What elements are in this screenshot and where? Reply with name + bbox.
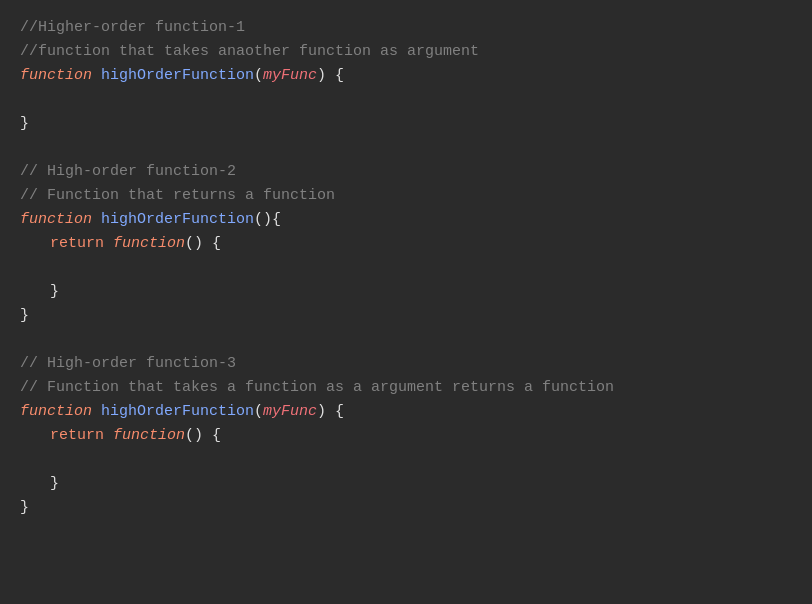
punctuation: ) { [317, 67, 344, 84]
code-line: function highOrderFunction(myFunc) { [20, 400, 792, 424]
code-line: } [20, 112, 792, 136]
punctuation: () { [185, 235, 221, 252]
punctuation: (){ [254, 211, 281, 228]
code-line: return function() { [20, 424, 792, 448]
plain-text [92, 67, 101, 84]
punctuation: () { [185, 427, 221, 444]
keyword: function [20, 211, 92, 228]
code-editor: //Higher-order function-1 //function tha… [0, 0, 812, 604]
code-line: } [20, 496, 792, 520]
punctuation: ) { [317, 403, 344, 420]
empty-line [20, 136, 792, 160]
empty-line [20, 256, 792, 280]
punctuation: ( [254, 67, 263, 84]
punctuation: ( [254, 403, 263, 420]
code-line: } [20, 280, 792, 304]
code-line: //Higher-order function-1 [20, 16, 792, 40]
keyword: function [20, 403, 92, 420]
code-line: } [20, 304, 792, 328]
empty-line [20, 448, 792, 472]
punctuation: } [50, 475, 59, 492]
param: myFunc [263, 67, 317, 84]
return-keyword: return [50, 235, 104, 252]
punctuation: } [20, 307, 29, 324]
keyword: function [113, 235, 185, 252]
code-line: // Function that returns a function [20, 184, 792, 208]
code-line: return function() { [20, 232, 792, 256]
punctuation: } [20, 499, 29, 516]
keyword: function [20, 67, 92, 84]
code-line: // High-order function-2 [20, 160, 792, 184]
plain-text [104, 235, 113, 252]
code-line: //function that takes anaother function … [20, 40, 792, 64]
punctuation: } [50, 283, 59, 300]
empty-line [20, 328, 792, 352]
code-line: // Function that takes a function as a a… [20, 376, 792, 400]
plain-text [92, 211, 101, 228]
function-name: highOrderFunction [101, 403, 254, 420]
param: myFunc [263, 403, 317, 420]
function-name: highOrderFunction [101, 67, 254, 84]
return-keyword: return [50, 427, 104, 444]
function-name: highOrderFunction [101, 211, 254, 228]
code-line: function highOrderFunction(myFunc) { [20, 64, 792, 88]
code-line: function highOrderFunction(){ [20, 208, 792, 232]
punctuation: } [20, 115, 29, 132]
code-line: } [20, 472, 792, 496]
code-line: // High-order function-3 [20, 352, 792, 376]
keyword: function [113, 427, 185, 444]
empty-line [20, 88, 792, 112]
plain-text [92, 403, 101, 420]
plain-text [104, 427, 113, 444]
